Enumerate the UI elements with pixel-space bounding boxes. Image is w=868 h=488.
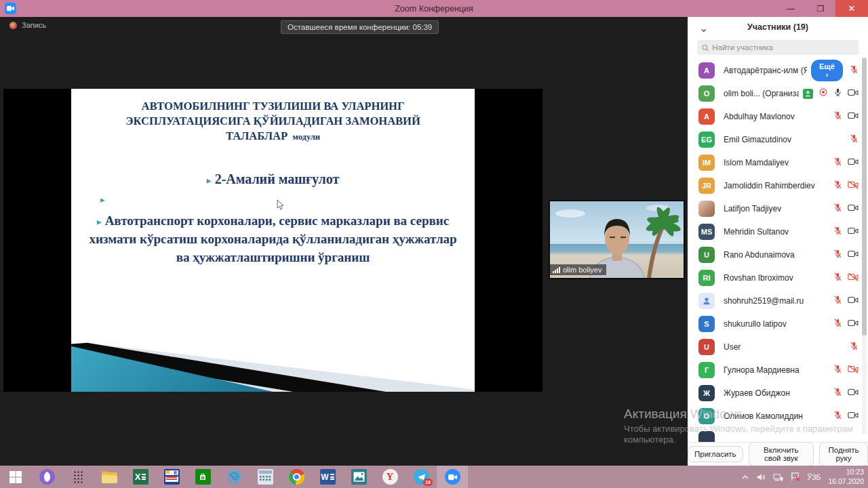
participant-name: Олимов Камолиддин: [724, 411, 829, 421]
avatar: A: [698, 108, 715, 125]
taskbar-chrome-icon[interactable]: [281, 466, 312, 488]
participant-list: AАвтодарётранс-илм (Я)Ещё › Oolim boli..…: [688, 59, 868, 442]
participant-row[interactable]: Oolim boli... (Организатор): [688, 82, 868, 105]
camera-on-icon[interactable]: [848, 295, 859, 307]
participant-name: Emil Gimazutdinov: [724, 135, 846, 144]
participant-row[interactable]: Sshukurullo latipov: [688, 312, 868, 336]
mic-muted-icon[interactable]: [833, 110, 842, 123]
scrollbar-thumb[interactable]: [862, 58, 867, 336]
participant-row[interactable]: UUser: [688, 336, 868, 359]
mic-muted-icon[interactable]: [850, 64, 859, 77]
camera-on-icon[interactable]: [848, 203, 859, 215]
participant-row[interactable]: ООлимов Камолиддин: [688, 405, 868, 428]
camera-off-icon[interactable]: [848, 364, 859, 376]
participant-row[interactable]: shohruh2519@mail.ru: [688, 289, 868, 312]
tray-clock[interactable]: 10:23 16.07.2020: [828, 468, 864, 485]
camera-on-icon[interactable]: [848, 318, 859, 330]
participant-row[interactable]: AАвтодарётранс-илм (Я)Ещё ›: [688, 59, 868, 82]
zoom-app-icon: [5, 3, 16, 14]
mic-muted-icon[interactable]: [833, 226, 842, 238]
participant-name: olim boli... (Организатор): [724, 89, 799, 98]
volume-icon[interactable]: [756, 473, 766, 481]
more-button[interactable]: Ещё ›: [811, 60, 843, 81]
taskbar-calculator-icon[interactable]: [250, 466, 281, 488]
mic-muted-icon[interactable]: [833, 157, 842, 169]
participants-panel: ⌄ Участники (19) AАвтодарётранс-илм (Я)Е…: [688, 17, 868, 466]
chevron-down-icon[interactable]: ⌄: [699, 22, 708, 35]
participant-name: Islom Mamdaliyev: [724, 158, 829, 167]
close-button[interactable]: ✕: [835, 0, 868, 17]
slide-title-suffix: модули: [290, 132, 320, 142]
camera-on-icon[interactable]: [848, 249, 859, 261]
participant-name: Rovshan Ibroximov: [724, 273, 829, 283]
mic-muted-icon[interactable]: [833, 364, 842, 376]
participant-name: shukurullo latipov: [724, 319, 829, 329]
speaker-video-thumbnail[interactable]: olim boliyev: [549, 200, 685, 279]
invite-button[interactable]: Пригласить: [688, 446, 743, 462]
participant-name: Rano Abdunaimova: [724, 250, 829, 260]
camera-on-icon[interactable]: [848, 226, 859, 238]
camera-on-icon[interactable]: [848, 110, 859, 123]
stray-bullet-icon: ▸: [100, 195, 105, 205]
participant-row[interactable]: URano Abdunaimova: [688, 243, 868, 266]
camera-off-icon[interactable]: [848, 180, 859, 192]
language-indicator[interactable]: ЎЗБ: [808, 473, 821, 481]
participant-row[interactable]: EGEmil Gimazutdinov: [688, 128, 868, 151]
taskbar-photos-icon[interactable]: [343, 466, 374, 488]
camera-on-icon[interactable]: [848, 387, 859, 399]
taskbar-internet-explorer-icon[interactable]: [218, 466, 250, 488]
search-input[interactable]: [712, 43, 854, 52]
raise-hand-button[interactable]: Поднять руку: [819, 442, 868, 466]
participant-search[interactable]: [697, 40, 859, 55]
taskbar-yandex-browser-icon[interactable]: [31, 466, 62, 488]
mic-muted-icon[interactable]: [833, 318, 842, 330]
mic-muted-icon[interactable]: [833, 180, 842, 192]
recording-indicator-icon: [818, 87, 828, 100]
participant-row[interactable]: ГГулнора Мардиевна: [688, 359, 868, 382]
participant-row[interactable]: RIRovshan Ibroximov: [688, 266, 868, 289]
taskbar-people-grid-icon[interactable]: [62, 466, 94, 488]
avatar: EG: [698, 131, 715, 148]
mic-muted-icon[interactable]: [850, 134, 859, 146]
avatar: MS: [698, 224, 715, 240]
taskbar-floppy-e-app-icon[interactable]: E: [156, 466, 187, 488]
system-tray: ЎЗБ 10:23 16.07.2020: [742, 466, 864, 488]
camera-off-icon[interactable]: [848, 272, 859, 284]
participant-row[interactable]: IMIslom Mamdaliyev: [688, 151, 868, 174]
taskbar-zoom-icon[interactable]: [437, 466, 468, 488]
taskbar-file-explorer-icon[interactable]: [94, 466, 125, 488]
participant-name: Mehridin Sultanov: [724, 227, 829, 237]
camera-on-icon[interactable]: [848, 410, 859, 422]
taskbar-excel-icon[interactable]: X: [125, 466, 156, 488]
mic-muted-icon[interactable]: [833, 387, 842, 399]
search-icon: [702, 44, 709, 52]
taskbar-microsoft-store-icon[interactable]: [187, 466, 218, 488]
participant-row[interactable]: [688, 428, 868, 442]
taskbar-start-icon[interactable]: [0, 466, 31, 488]
slide-body-text: ▸ Автотранспорт корхоналари, сервис марк…: [85, 212, 462, 267]
participant-row[interactable]: AAbdulhay Mavlonov: [688, 105, 868, 128]
participant-row[interactable]: JRJamoliddin Rahimberdiev: [688, 174, 868, 197]
avatar: A: [698, 62, 715, 79]
mic-on-icon[interactable]: [833, 87, 842, 100]
camera-on-icon[interactable]: [848, 157, 859, 169]
mic-muted-icon[interactable]: [850, 341, 859, 353]
taskbar-word-icon[interactable]: W: [312, 466, 343, 488]
mic-muted-icon[interactable]: [833, 249, 842, 261]
participant-row[interactable]: ЖЖураев Обиджон: [688, 382, 868, 405]
mic-muted-icon[interactable]: [833, 295, 842, 307]
taskbar-telegram-icon[interactable]: 19: [406, 466, 437, 488]
mic-muted-icon[interactable]: [833, 272, 842, 284]
mic-muted-icon[interactable]: [833, 410, 842, 422]
participant-row[interactable]: MSMehridin Sultanov: [688, 220, 868, 243]
minimize-button[interactable]: —: [776, 0, 806, 17]
action-center-flag-icon[interactable]: [791, 472, 800, 481]
camera-on-icon[interactable]: [848, 87, 859, 100]
tray-expand-icon[interactable]: [742, 474, 749, 480]
participant-row[interactable]: Latifjon Tadjiyev: [688, 197, 868, 220]
unmute-button[interactable]: Включить свой звук: [749, 442, 814, 466]
taskbar-yandex-icon[interactable]: Y: [374, 466, 406, 488]
network-icon[interactable]: [773, 473, 783, 481]
mic-muted-icon[interactable]: [833, 203, 842, 215]
maximize-button[interactable]: ❐: [806, 0, 835, 17]
